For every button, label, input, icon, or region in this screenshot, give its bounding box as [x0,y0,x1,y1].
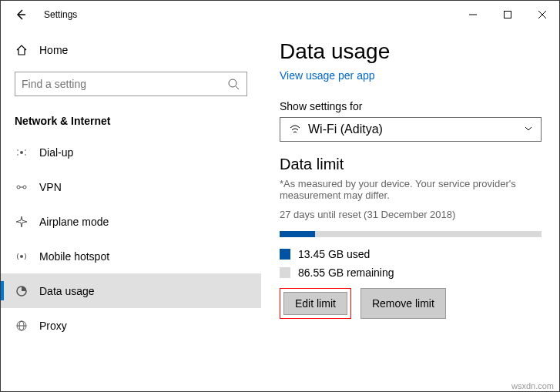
airplane-icon [15,215,29,229]
back-button[interactable] [7,1,35,28]
svg-point-11 [25,154,26,156]
used-text: 13.45 GB used [298,248,370,260]
sidebar-item-vpn[interactable]: VPN [1,169,261,204]
sidebar-item-label: Mobile hotspot [39,250,109,263]
progress-bar [280,231,542,237]
minimize-button[interactable] [455,2,490,27]
sidebar-item-label: Dial-up [39,146,73,159]
sidebar: Home Network & Internet Dial-up VPN [1,28,261,391]
legend-box-used [280,249,290,260]
content-panel: Data usage View usage per app Show setti… [261,28,559,391]
highlight-annotation: Edit limit [280,288,351,319]
search-icon [226,77,240,91]
wifi-icon [288,122,302,136]
svg-point-5 [229,79,236,87]
watermark: wsxdn.com [511,381,554,390]
edit-limit-button[interactable]: Edit limit [283,292,347,315]
svg-point-8 [17,149,18,151]
page-title: Data usage [280,39,541,64]
datausage-icon [15,284,29,298]
svg-rect-2 [504,12,511,18]
legend-box-remaining [280,267,290,278]
view-usage-link[interactable]: View usage per app [280,69,375,82]
svg-point-10 [17,154,18,156]
sidebar-item-datausage[interactable]: Data usage [1,273,261,308]
section-title: Network & Internet [1,102,261,135]
search-box[interactable] [15,72,247,96]
remaining-text: 86.55 GB remaining [298,266,394,279]
remove-limit-button[interactable]: Remove limit [360,288,446,319]
reset-info: 27 days until reset (31 December 2018) [280,209,541,220]
sidebar-item-label: Data usage [39,285,95,297]
svg-point-12 [17,186,20,189]
search-input[interactable] [22,78,226,90]
svg-point-13 [23,186,26,189]
home-nav-item[interactable]: Home [1,35,261,65]
sidebar-item-hotspot[interactable]: Mobile hotspot [1,239,261,273]
sidebar-item-airplane[interactable]: Airplane mode [1,204,261,239]
svg-point-9 [25,149,26,151]
measurement-note: *As measured by your device. Your servic… [280,178,541,201]
sidebar-item-dialup[interactable]: Dial-up [1,135,261,169]
legend-used: 13.45 GB used [280,248,541,260]
hotspot-icon [15,250,29,263]
sidebar-item-proxy[interactable]: Proxy [1,308,261,343]
sidebar-item-label: Proxy [39,320,67,332]
home-icon [15,43,29,57]
svg-line-6 [236,86,239,89]
svg-point-7 [20,151,23,154]
dialup-icon [15,146,29,159]
close-button[interactable] [525,2,559,27]
vpn-icon [15,180,29,194]
proxy-icon [15,319,29,333]
network-dropdown[interactable]: Wi-Fi (Aditya) [280,117,542,142]
show-settings-label: Show settings for [280,100,541,112]
chevron-down-icon [524,122,533,136]
sidebar-item-label: VPN [39,181,62,193]
data-limit-header: Data limit [280,156,541,173]
svg-point-15 [20,255,23,258]
legend-remaining: 86.55 GB remaining [280,266,541,279]
maximize-button[interactable] [490,2,525,27]
progress-fill [280,231,315,237]
sidebar-item-label: Airplane mode [39,216,109,228]
home-label: Home [39,44,68,56]
dropdown-value: Wi-Fi (Aditya) [308,122,383,136]
window-title: Settings [44,9,77,20]
